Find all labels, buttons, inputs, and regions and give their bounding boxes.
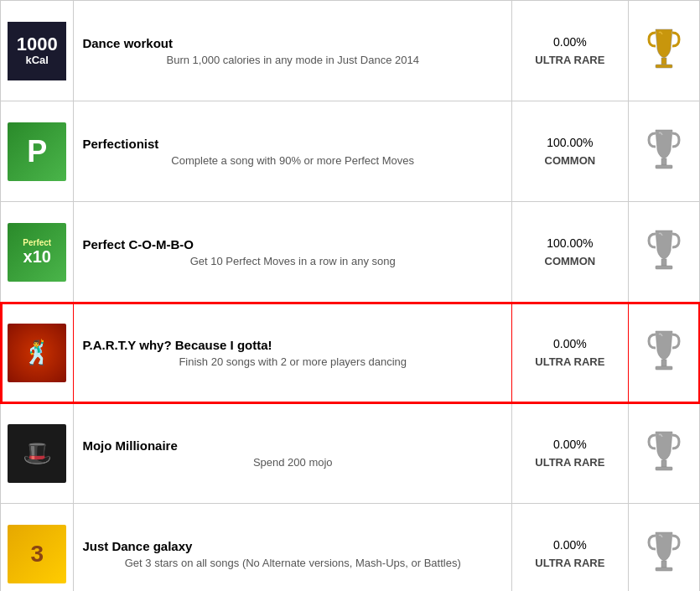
achievement-desc-cell: Dance workout Burn 1,000 calories in any…	[74, 1, 512, 101]
achievement-desc-cell: Mojo Millionaire Spend 200 mojo	[74, 403, 512, 504]
achievement-percent: 0.00%	[519, 35, 621, 49]
achievement-description: Finish 20 songs with 2 or more players d…	[82, 355, 503, 368]
achievement-trophy-cell	[628, 504, 699, 592]
achievement-icon-cell: 🕺	[1, 303, 74, 403]
achievement-rarity: ULTRA RARE	[519, 456, 621, 469]
achievement-percent: 100.00%	[519, 236, 621, 250]
achievement-desc-cell: Just Dance galaxy Get 3 stars on all son…	[74, 504, 512, 592]
svg-rect-11	[656, 568, 672, 571]
achievement-icon-cell: 🎩	[1, 403, 74, 504]
achievement-title: Dance workout	[82, 36, 503, 50]
svg-rect-2	[661, 158, 666, 165]
trophy-icon	[644, 364, 684, 377]
achievement-rarity: ULTRA RARE	[519, 54, 621, 66]
achievement-trophy-cell	[628, 403, 699, 504]
svg-rect-1	[656, 65, 672, 68]
svg-rect-0	[661, 58, 666, 65]
achievement-title: Just Dance galaxy	[82, 539, 503, 553]
achievements-table: 1000kCal Dance workout Burn 1,000 calori…	[0, 0, 700, 591]
table-row: 1000kCal Dance workout Burn 1,000 calori…	[1, 1, 700, 101]
achievement-stat-cell: 0.00% ULTRA RARE	[512, 303, 629, 403]
achievement-stat-cell: 100.00% COMMON	[512, 101, 629, 202]
achievement-icon-cell: 3	[1, 504, 74, 592]
table-row: P Perfectionist Complete a song with 90%…	[1, 101, 700, 202]
trophy-icon	[644, 163, 684, 176]
table-row: 3 Just Dance galaxy Get 3 stars on all s…	[1, 504, 700, 592]
trophy-icon	[644, 565, 684, 578]
trophy-icon	[644, 464, 684, 478]
achievement-percent: 0.00%	[519, 538, 621, 552]
trophy-icon	[644, 263, 684, 277]
achievement-trophy-cell	[628, 303, 699, 403]
achievement-stat-cell: 0.00% ULTRA RARE	[512, 1, 629, 101]
achievement-description: Get 10 Perfect Moves in a row in any son…	[82, 255, 503, 267]
achievement-rarity: ULTRA RARE	[519, 557, 621, 569]
achievement-trophy-cell	[628, 202, 699, 303]
achievement-stat-cell: 0.00% ULTRA RARE	[512, 403, 629, 504]
achievement-stat-cell: 100.00% COMMON	[512, 202, 629, 303]
achievement-title: Perfectionist	[82, 137, 503, 151]
trophy-icon	[644, 62, 684, 75]
achievement-title: Perfect C-O-M-B-O	[82, 237, 503, 251]
svg-rect-9	[656, 467, 672, 470]
achievement-description: Spend 200 mojo	[82, 456, 503, 469]
achievement-stat-cell: 0.00% ULTRA RARE	[512, 504, 629, 592]
achievement-icon-cell: Perfectx10	[1, 202, 74, 303]
achievement-description: Complete a song with 90% or more Perfect…	[82, 154, 503, 167]
svg-rect-3	[656, 165, 672, 168]
svg-rect-5	[656, 266, 672, 269]
achievement-title: P.A.R.T.Y why? Because I gotta!	[82, 338, 503, 352]
achievement-icon-cell: P	[1, 101, 74, 202]
table-row: 🕺 P.A.R.T.Y why? Because I gotta! Finish…	[1, 303, 700, 403]
achievement-title: Mojo Millionaire	[82, 438, 503, 453]
svg-rect-7	[656, 366, 672, 370]
achievement-description: Burn 1,000 calories in any mode in Just …	[82, 54, 503, 66]
svg-rect-6	[661, 360, 666, 366]
svg-rect-10	[661, 561, 666, 568]
table-row: Perfectx10 Perfect C-O-M-B-O Get 10 Perf…	[1, 202, 700, 303]
svg-rect-4	[661, 259, 666, 266]
achievement-trophy-cell	[628, 101, 699, 202]
achievement-desc-cell: P.A.R.T.Y why? Because I gotta! Finish 2…	[74, 303, 512, 403]
achievement-rarity: ULTRA RARE	[519, 355, 621, 368]
achievement-percent: 100.00%	[519, 136, 621, 149]
achievement-desc-cell: Perfectionist Complete a song with 90% o…	[74, 101, 512, 202]
achievement-trophy-cell	[628, 1, 699, 101]
achievement-rarity: COMMON	[519, 154, 621, 167]
achievement-desc-cell: Perfect C-O-M-B-O Get 10 Perfect Moves i…	[74, 202, 512, 303]
svg-rect-8	[661, 460, 666, 467]
achievement-icon-cell: 1000kCal	[1, 1, 74, 101]
table-row: 🎩 Mojo Millionaire Spend 200 mojo 0.00% …	[1, 403, 700, 504]
achievement-percent: 0.00%	[519, 337, 621, 350]
achievement-description: Get 3 stars on all songs (No Alternate v…	[82, 557, 503, 569]
achievement-rarity: COMMON	[519, 255, 621, 267]
achievement-percent: 0.00%	[519, 438, 621, 451]
